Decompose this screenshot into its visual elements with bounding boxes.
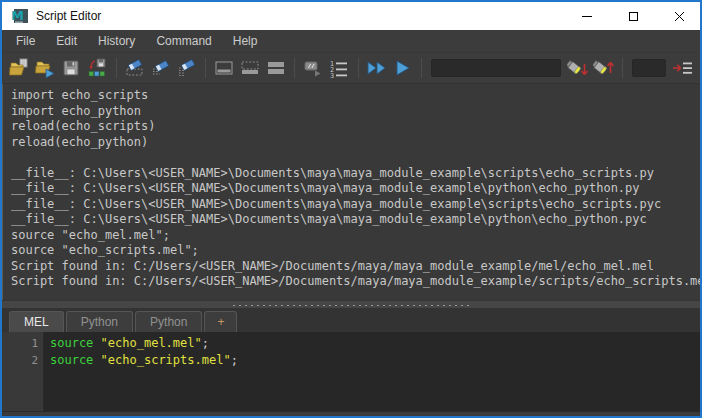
tab-python-1[interactable]: Python [66, 311, 133, 332]
clear-all-button[interactable] [175, 55, 199, 81]
menu-history[interactable]: History [90, 31, 143, 51]
history-line: __file__: C:\Users\<USER_NAME>\Documents… [11, 181, 700, 197]
svg-text:3: 3 [330, 72, 334, 79]
show-line-numbers-button[interactable]: 1 2 3 [327, 55, 351, 81]
toolbar-separator [205, 58, 206, 78]
menu-command[interactable]: Command [148, 31, 219, 51]
execute-all-icon [366, 58, 388, 78]
history-line: Script found in: C:/Users/<USER_NAME>/Do… [11, 274, 700, 290]
eraser-history-icon [125, 58, 145, 78]
menubar: File Edit History Command Help [2, 30, 700, 53]
toolbar: 1 2 3 [2, 53, 700, 83]
script-editor-window: M Script Editor File Edit History Comman… [0, 0, 702, 418]
show-history-pane-button[interactable] [212, 55, 236, 81]
history-line: import echo_python [11, 104, 700, 120]
toolbar-separator [421, 58, 422, 78]
mel-keyword: source [50, 336, 93, 350]
history-line: import echo_scripts [11, 88, 700, 104]
history-line: source "echo_scripts.mel"; [11, 243, 700, 259]
mel-terminator: ; [202, 336, 209, 350]
code-area[interactable]: source "echo_mel.mel"; source "echo_scri… [44, 332, 700, 411]
history-line: reload(echo_python) [11, 135, 700, 151]
execute-icon [393, 58, 413, 78]
minimize-icon [582, 16, 592, 17]
save-script-to-shelf-button[interactable] [85, 55, 109, 81]
both-panes-icon [266, 58, 286, 78]
toolbar-separator [294, 58, 295, 78]
window-title: Script Editor [36, 9, 101, 23]
echo-commands-icon [303, 58, 323, 78]
execute-button[interactable] [391, 55, 415, 81]
code-editor[interactable]: 1 2 source "echo_mel.mel"; source "echo_… [2, 332, 700, 411]
line-number-gutter: 1 2 [2, 332, 44, 411]
menu-edit[interactable]: Edit [48, 31, 85, 51]
goto-line-button[interactable] [671, 55, 695, 81]
maximize-button[interactable] [616, 2, 650, 30]
save-to-shelf-icon [87, 58, 107, 78]
search-down-icon [567, 58, 589, 78]
maya-app-icon: M [10, 7, 28, 25]
show-input-pane-button[interactable] [238, 55, 262, 81]
search-up-icon [593, 58, 615, 78]
toolbar-separator [358, 58, 359, 78]
tab-add-new[interactable]: + [204, 311, 237, 332]
eraser-all-icon [177, 58, 197, 78]
history-output-pane[interactable]: import echo_scripts import echo_python r… [2, 83, 700, 300]
svg-text:M: M [11, 8, 24, 23]
history-line [11, 150, 700, 166]
open-folder-play-icon [35, 58, 55, 78]
mel-keyword: source [50, 353, 93, 367]
maximize-icon [629, 12, 638, 21]
open-script-button[interactable] [7, 55, 31, 81]
history-line: Script found in: C:/Users/<USER_NAME>/Do… [11, 259, 700, 275]
line-number: 2 [2, 352, 38, 369]
line-number: 1 [2, 335, 38, 352]
history-line: __file__: C:\Users\<USER_NAME>\Documents… [11, 166, 700, 182]
mel-string: "echo_mel.mel" [93, 336, 201, 350]
open-and-execute-button[interactable] [33, 55, 57, 81]
history-line: reload(echo_scripts) [11, 119, 700, 135]
execute-all-button[interactable] [365, 55, 389, 81]
code-line: source "echo_scripts.mel"; [50, 352, 700, 369]
search-down-button[interactable] [566, 55, 590, 81]
tab-mel[interactable]: MEL [9, 311, 64, 332]
menu-file[interactable]: File [8, 31, 43, 51]
toolbar-separator [622, 58, 623, 78]
menu-help[interactable]: Help [225, 31, 266, 51]
history-pane-icon [214, 58, 234, 78]
code-line: source "echo_mel.mel"; [50, 335, 700, 352]
history-line: __file__: C:\Users\<USER_NAME>\Documents… [11, 212, 700, 228]
search-up-button[interactable] [592, 55, 616, 81]
titlebar: M Script Editor [2, 2, 700, 30]
eraser-input-icon [151, 58, 171, 78]
line-numbers-icon: 1 2 3 [329, 58, 349, 78]
mel-string: "echo_scripts.mel" [93, 353, 230, 367]
search-input[interactable] [431, 59, 561, 77]
open-folder-icon [9, 58, 29, 78]
echo-all-commands-button[interactable] [301, 55, 325, 81]
history-line: source "echo_mel.mel"; [11, 228, 700, 244]
goto-line-input[interactable] [632, 59, 666, 77]
mel-terminator: ; [231, 353, 238, 367]
floppy-save-icon [61, 58, 81, 78]
clear-history-button[interactable] [123, 55, 147, 81]
save-script-button[interactable] [59, 55, 83, 81]
clear-input-button[interactable] [149, 55, 173, 81]
history-line: __file__: C:\Users\<USER_NAME>\Documents… [11, 197, 700, 213]
input-pane-icon [240, 58, 260, 78]
bottom-strip [2, 411, 700, 416]
input-panel: MEL Python Python + 1 2 source "echo_mel… [2, 308, 700, 416]
splitter-handle-dots [231, 303, 471, 306]
goto-line-icon [672, 58, 694, 78]
minimize-button[interactable] [570, 2, 604, 30]
pane-splitter[interactable] [2, 300, 700, 308]
close-icon [674, 11, 685, 22]
tab-python-2[interactable]: Python [135, 311, 202, 332]
close-button[interactable] [662, 2, 696, 30]
script-tabbar: MEL Python Python + [2, 308, 700, 332]
toolbar-separator [116, 58, 117, 78]
show-both-panes-button[interactable] [264, 55, 288, 81]
